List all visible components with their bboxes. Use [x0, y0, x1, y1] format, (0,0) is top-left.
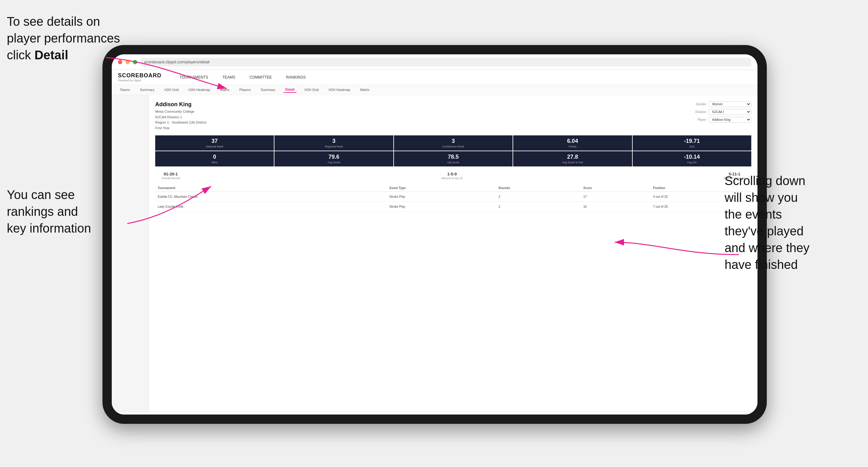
- rounds-1: 2: [496, 192, 581, 202]
- stat-regional-rank: 3 Regional Rank: [274, 135, 393, 151]
- nav-tournaments[interactable]: TOURNAMENTS: [177, 74, 211, 81]
- stat-wins: 0 Wins: [155, 151, 274, 166]
- annotation-top-left: To see details on player performances cl…: [7, 13, 128, 63]
- sub-nav: Teams Summary H2H Grid H2H Heatmap Matri…: [112, 85, 757, 95]
- records-row: 91-20-1 Overall Record 1-5-0 Record vs t…: [155, 171, 751, 180]
- player-name: Addison King: [155, 101, 206, 108]
- main-content: Addison King Mesa Community College NJCA…: [112, 95, 757, 412]
- sidebar-panel: [112, 95, 149, 412]
- gender-select[interactable]: Women: [709, 101, 751, 107]
- subnav-teams[interactable]: Teams: [118, 87, 132, 93]
- stat-avg-sg: -10.14 Avg SG: [633, 151, 751, 166]
- annotation-right: Scrolling down will show you the events …: [724, 172, 861, 273]
- event-type-1: Stroke Play: [387, 192, 496, 202]
- player-select[interactable]: Addison King: [709, 117, 751, 123]
- division-label: Division: [689, 110, 706, 114]
- tablet-screen: scoreboard.clippd.com/players/detail SCO…: [112, 54, 757, 414]
- player-header: Addison King Mesa Community College NJCA…: [155, 101, 751, 131]
- col-event-type: Event Type: [387, 184, 496, 192]
- table-row: Estella CC- Mountain Classic Stroke Play…: [155, 192, 751, 202]
- nav-committee[interactable]: COMMITTEE: [247, 74, 274, 81]
- nav-teams[interactable]: TEAMS: [220, 74, 238, 81]
- nav-rankings[interactable]: RANKINGS: [284, 74, 308, 81]
- content-panel: Addison King Mesa Community College NJCA…: [149, 95, 757, 412]
- player-region: Region 1 - Southwest (18) District: [155, 120, 206, 125]
- stat-avg-score-par: 27.8 Avg Score to Par: [513, 151, 632, 166]
- gender-label: Gender: [689, 102, 706, 106]
- tournament-table: Tournament Event Type Rounds Score Posit…: [155, 184, 751, 212]
- score-1: 17: [581, 192, 651, 202]
- subnav-summary2[interactable]: Summary: [259, 87, 277, 93]
- subnav-matrix[interactable]: Matrix: [218, 87, 231, 93]
- stat-sos: -19.71 SoS: [633, 135, 751, 151]
- record-top25: 1-5-0 Record vs top 25: [441, 171, 463, 180]
- stat-conference-rank: 3 Conference Rank: [394, 135, 513, 151]
- player-controls: Gender Women Division NJCAA I: [689, 101, 751, 131]
- tournament-name-2: Lady Coyote Invite: [155, 202, 387, 212]
- score-2: 16: [581, 202, 651, 212]
- maximize-dot[interactable]: [133, 60, 137, 64]
- tournament-name-1: Estella CC- Mountain Classic: [155, 192, 387, 202]
- stat-points: 6.04 Points: [513, 135, 632, 151]
- tablet-frame: scoreboard.clippd.com/players/detail SCO…: [102, 45, 767, 424]
- stat-adj-score: 78.5 Adj Score: [394, 151, 513, 166]
- stat-avg-score: 79.6 Avg Score: [274, 151, 393, 166]
- logo-subtitle: Powered by clippd: [118, 79, 161, 82]
- division-select[interactable]: NJCAA I: [709, 109, 751, 115]
- player-division: NJCAA Division 1: [155, 115, 206, 120]
- subnav-players[interactable]: Players: [238, 87, 253, 93]
- division-row: Division NJCAA I: [689, 109, 751, 115]
- player-year: First Year: [155, 125, 206, 131]
- url-bar[interactable]: scoreboard.clippd.com/players/detail: [140, 58, 751, 66]
- overall-record: 91-20-1 Overall Record: [161, 171, 180, 180]
- browser-chrome: scoreboard.clippd.com/players/detail: [112, 54, 757, 70]
- col-rounds: Rounds: [496, 184, 581, 192]
- stats-row2: 0 Wins 79.6 Avg Score 78.5 Adj Score 2: [155, 151, 751, 166]
- app-content: SCOREBOARD Powered by clippd TOURNAMENTS…: [112, 70, 757, 414]
- app-logo: SCOREBOARD Powered by clippd: [118, 72, 161, 82]
- subnav-detail[interactable]: Detail: [283, 87, 297, 93]
- stat-national-rank: 37 National Rank: [155, 135, 274, 151]
- subnav-summary[interactable]: Summary: [138, 87, 156, 93]
- bottom-toolbar: ↩ ↪ ⊞ View: Original 💾 Save Custom View …: [112, 412, 757, 414]
- player-label: Player: [689, 118, 706, 121]
- logo-title: SCOREBOARD: [118, 72, 161, 79]
- player-info: Addison King Mesa Community College NJCA…: [155, 101, 206, 131]
- rounds-2: 2: [496, 202, 581, 212]
- gender-row: Gender Women: [689, 101, 751, 107]
- table-row: Lady Coyote Invite Stroke Play 2 16 7 ou…: [155, 202, 751, 212]
- subnav-h2h-heatmap[interactable]: H2H Heatmap: [187, 87, 212, 93]
- subnav-h2h-grid2[interactable]: H2H Grid: [303, 87, 321, 93]
- subnav-h2h-grid[interactable]: H2H Grid: [162, 87, 180, 93]
- event-type-2: Stroke Play: [387, 202, 496, 212]
- subnav-h2h-heatmap2[interactable]: H2H Heatmap: [327, 87, 352, 93]
- player-row: Player Addison King: [689, 117, 751, 123]
- col-tournament: Tournament: [155, 184, 387, 192]
- top-nav: SCOREBOARD Powered by clippd TOURNAMENTS…: [112, 70, 757, 85]
- col-score: Score: [581, 184, 651, 192]
- player-college: Mesa Community College: [155, 109, 206, 115]
- subnav-matrix2[interactable]: Matrix: [358, 87, 371, 93]
- stats-row1: 37 National Rank 3 Regional Rank 3 Confe…: [155, 135, 751, 151]
- annotation-bottom-left: You can see rankings and key information: [7, 186, 128, 237]
